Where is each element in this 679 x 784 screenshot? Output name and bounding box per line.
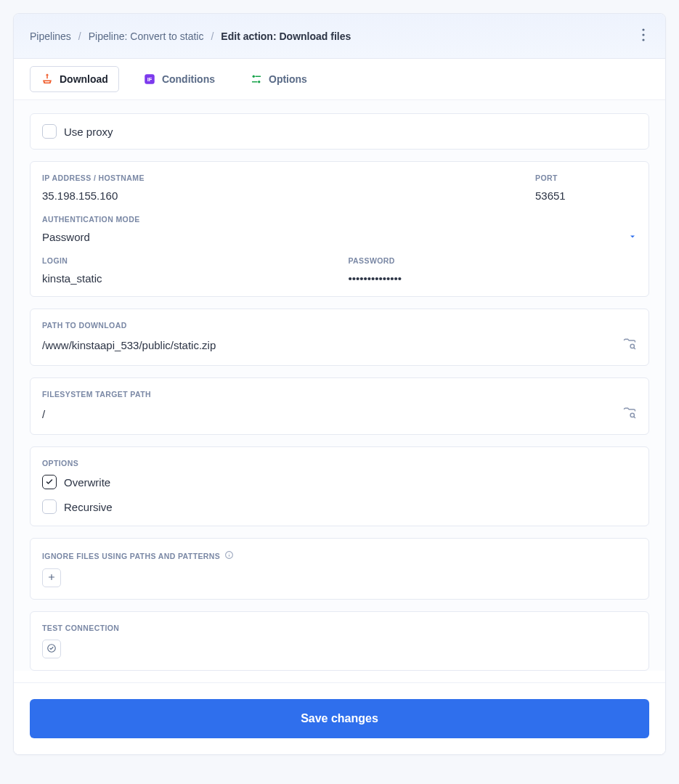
breadcrumb-current: Edit action: Download files [221, 30, 351, 42]
svg-line-12 [634, 417, 635, 418]
svg-point-15 [229, 553, 229, 554]
tab-download-label: Download [60, 73, 108, 85]
checkbox-box [42, 475, 57, 489]
tabs: Download IF Conditions Options [14, 59, 665, 100]
test-connection-label: TEST CONNECTION [42, 624, 637, 632]
login-label: LOGIN [42, 256, 331, 265]
overwrite-label: Overwrite [64, 476, 110, 489]
target-path-label: FILESYSTEM TARGET PATH [42, 390, 637, 399]
breadcrumb-pipelines[interactable]: Pipelines [30, 30, 71, 42]
svg-point-1 [642, 33, 644, 36]
tab-conditions[interactable]: IF Conditions [132, 66, 226, 92]
conditions-icon: IF [143, 73, 156, 86]
test-connection-button[interactable] [42, 640, 61, 658]
save-changes-button[interactable]: Save changes [30, 699, 649, 738]
recursive-label: Recursive [64, 501, 113, 513]
header: Pipelines / Pipeline: Convert to static … [14, 14, 665, 59]
recursive-checkbox[interactable]: Recursive [42, 499, 637, 514]
overwrite-checkbox[interactable]: Overwrite [42, 475, 637, 489]
tab-options-label: Options [269, 73, 307, 85]
breadcrumb: Pipelines / Pipeline: Convert to static … [30, 30, 351, 42]
password-label: PASSWORD [349, 256, 638, 265]
download-icon [41, 73, 54, 86]
connection-panel: IP ADDRESS / HOSTNAME PORT AUTHENTICATIO… [30, 161, 649, 297]
page-card: Pipelines / Pipeline: Convert to static … [13, 13, 666, 755]
test-connection-panel: TEST CONNECTION [30, 611, 649, 671]
svg-line-10 [634, 348, 635, 349]
tab-conditions-label: Conditions [162, 73, 215, 85]
port-input[interactable] [535, 189, 637, 202]
tab-download[interactable]: Download [30, 66, 119, 92]
svg-point-9 [630, 344, 634, 348]
password-input[interactable] [349, 272, 638, 285]
svg-point-0 [642, 28, 644, 30]
tab-options[interactable]: Options [239, 66, 318, 92]
download-path-label: PATH TO DOWNLOAD [42, 321, 637, 330]
login-input[interactable] [42, 272, 331, 285]
target-path-panel: FILESYSTEM TARGET PATH [30, 377, 649, 435]
ignore-panel: IGNORE FILES USING PATHS AND PATTERNS [30, 538, 649, 600]
check-circle-icon [46, 643, 57, 656]
svg-point-5 [253, 75, 255, 78]
ip-input[interactable] [42, 189, 518, 202]
ignore-label: IGNORE FILES USING PATHS AND PATTERNS [42, 550, 637, 561]
plus-icon [47, 573, 56, 584]
more-menu-button[interactable] [638, 24, 649, 48]
chevron-down-icon [628, 232, 637, 243]
breadcrumb-separator: / [78, 30, 81, 42]
target-path-input[interactable] [42, 408, 614, 420]
options-label: OPTIONS [42, 459, 637, 467]
svg-point-7 [258, 81, 260, 83]
info-icon[interactable] [224, 550, 234, 561]
use-proxy-checkbox[interactable]: Use proxy [42, 124, 637, 139]
auth-mode-label: AUTHENTICATION MODE [42, 215, 637, 224]
options-panel: OPTIONS Overwrite Recursive [30, 446, 649, 526]
options-icon [250, 73, 263, 86]
svg-text:IF: IF [147, 76, 153, 83]
auth-mode-value: Password [42, 231, 90, 243]
download-path-panel: PATH TO DOWNLOAD [30, 309, 649, 366]
browse-folder-icon[interactable] [622, 406, 637, 422]
svg-point-2 [642, 38, 644, 41]
download-path-input[interactable] [42, 339, 614, 351]
checkbox-box [42, 124, 57, 139]
add-ignore-pattern-button[interactable] [42, 568, 61, 587]
footer: Save changes [14, 682, 665, 754]
svg-point-11 [630, 413, 634, 417]
auth-mode-select[interactable]: Password [42, 231, 637, 243]
checkbox-box [42, 499, 57, 514]
use-proxy-label: Use proxy [64, 126, 113, 138]
proxy-panel: Use proxy [30, 113, 649, 150]
more-vertical-icon [642, 33, 645, 44]
port-label: PORT [535, 173, 637, 182]
form-body: Use proxy IP ADDRESS / HOSTNAME PORT AUT… [14, 100, 665, 671]
ip-label: IP ADDRESS / HOSTNAME [42, 173, 518, 182]
browse-folder-icon[interactable] [622, 337, 637, 354]
breadcrumb-separator: / [211, 30, 214, 42]
breadcrumb-pipeline[interactable]: Pipeline: Convert to static [89, 30, 204, 42]
